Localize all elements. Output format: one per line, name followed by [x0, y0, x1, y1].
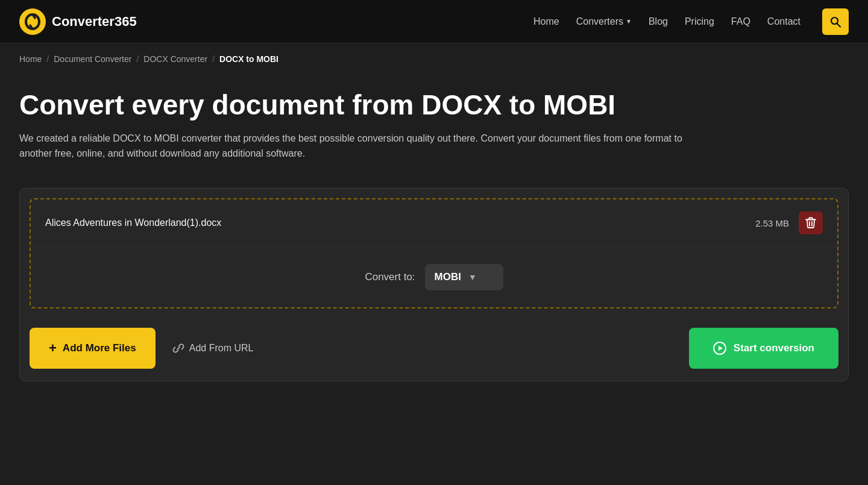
file-meta: 2.53 MB — [755, 211, 823, 234]
converters-chevron-icon: ▼ — [626, 18, 632, 25]
hero-section: Convert every document from DOCX to MOBI… — [0, 70, 868, 174]
trash-icon — [805, 217, 816, 229]
breadcrumb-document-converter[interactable]: Document Converter — [54, 54, 131, 64]
breadcrumb-sep-1: / — [46, 54, 49, 64]
file-name: Alices Adventures in Wonderland(1).docx — [45, 217, 221, 228]
selected-format: MOBI — [435, 271, 461, 283]
nav-faq[interactable]: FAQ — [731, 16, 750, 27]
convert-to-row: Convert to: MOBI ▼ — [31, 247, 837, 307]
add-files-label: Add More Files — [63, 342, 136, 354]
breadcrumb-home[interactable]: Home — [19, 54, 42, 64]
search-icon — [829, 16, 841, 28]
page-title: Convert every document from DOCX to MOBI — [19, 89, 849, 121]
converter-box: Alices Adventures in Wonderland(1).docx … — [19, 188, 849, 381]
file-list-area: Alices Adventures in Wonderland(1).docx … — [30, 198, 838, 308]
breadcrumb-docx-converter[interactable]: DOCX Converter — [143, 54, 207, 64]
nav-contact[interactable]: Contact — [767, 16, 800, 27]
hero-description: We created a reliable DOCX to MOBI conve… — [19, 131, 682, 161]
format-select[interactable]: MOBI ▼ — [425, 264, 503, 290]
logo-area: Converter365 — [19, 8, 533, 35]
breadcrumb-sep-2: / — [136, 54, 139, 64]
add-from-url-label: Add From URL — [189, 343, 254, 354]
file-size: 2.53 MB — [755, 218, 789, 228]
link-icon — [172, 342, 184, 354]
plus-icon: + — [49, 342, 57, 355]
nav-converters[interactable]: Converters ▼ — [576, 16, 632, 27]
breadcrumb: Home / Document Converter / DOCX Convert… — [0, 43, 868, 70]
format-chevron-icon: ▼ — [468, 272, 477, 282]
search-button[interactable] — [822, 8, 849, 35]
start-conversion-label: Start conversion — [734, 342, 814, 354]
svg-marker-6 — [719, 346, 723, 351]
nav-home[interactable]: Home — [533, 16, 559, 27]
logo-icon — [19, 8, 46, 35]
logo-text: Converter365 — [52, 14, 137, 30]
main-nav: Home Converters ▼ Blog Pricing FAQ Conta… — [533, 8, 849, 35]
convert-to-label: Convert to: — [365, 271, 415, 283]
add-files-button[interactable]: + Add More Files — [30, 328, 156, 369]
delete-file-button[interactable] — [799, 211, 823, 234]
breadcrumb-current: DOCX to MOBI — [219, 54, 278, 64]
add-from-url-button[interactable]: Add From URL — [168, 335, 259, 361]
play-icon — [713, 342, 726, 355]
breadcrumb-sep-3: / — [212, 54, 215, 64]
svg-line-2 — [837, 23, 841, 27]
action-row: + Add More Files Add From URL Start conv… — [20, 318, 848, 381]
start-conversion-button[interactable]: Start conversion — [689, 328, 838, 369]
table-row: Alices Adventures in Wonderland(1).docx … — [31, 199, 837, 247]
nav-blog[interactable]: Blog — [649, 16, 668, 27]
nav-pricing[interactable]: Pricing — [685, 16, 714, 27]
svg-point-0 — [19, 8, 46, 35]
